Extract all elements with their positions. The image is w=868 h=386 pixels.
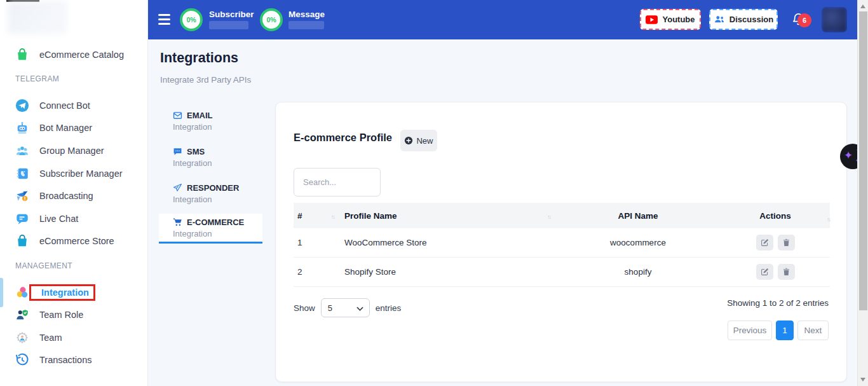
entries-label: entries — [376, 303, 402, 313]
scroll-down-arrow[interactable] — [860, 378, 865, 382]
sidebar-section-telegram: TELEGRAM — [15, 74, 59, 83]
ecommerce-profile-card: E-commerce Profile New #↑↓ Profile Name↑… — [275, 102, 847, 382]
page-size-select[interactable]: 5 — [321, 298, 370, 317]
robot-icon — [15, 121, 29, 135]
subnav-ecommerce-integration[interactable]: E-COMMERCE Integration — [159, 214, 262, 244]
youtube-icon — [646, 15, 658, 24]
cart-icon — [173, 217, 182, 227]
delete-button[interactable] — [778, 264, 795, 280]
profile-name-cell: WooCommerce Store — [339, 238, 555, 247]
chat-bubble-icon — [15, 212, 29, 226]
sort-icon[interactable]: ↑↓ — [331, 211, 334, 220]
panel-title: E-commerce Profile — [294, 132, 392, 144]
edit-button[interactable] — [756, 235, 773, 251]
app-window: eCommerce Catalog TELEGRAM Connect Bot B… — [0, 0, 868, 386]
youtube-button[interactable]: Youtube — [640, 9, 701, 30]
sidebar-item-label: eCommerce Catalog — [39, 50, 124, 60]
search-input[interactable] — [294, 168, 381, 196]
sidebar-item-label: Connect Bot — [39, 100, 90, 111]
table-header-row: #↑↓ Profile Name↑↓ API Name Actions↑↓ — [294, 203, 830, 228]
new-button-label: New — [416, 136, 433, 146]
sidebar-item-label: Subscriber Manager — [39, 169, 123, 179]
user-avatar[interactable] — [822, 7, 847, 32]
sidebar-item-label: Live Chat — [39, 214, 78, 224]
sidebar-item-label: Broadcasting — [39, 191, 93, 201]
shopping-bag-blue-icon — [15, 234, 29, 248]
sidebar-item-bot-manager[interactable]: Bot Manager — [0, 116, 148, 139]
column-header-profile-name: Profile Name — [344, 211, 397, 221]
message-progress-ring: 0% — [260, 8, 283, 31]
discussion-button[interactable]: Discussion — [709, 9, 778, 30]
shopping-bag-green-icon — [15, 48, 29, 62]
youtube-button-label: Youtube — [662, 15, 695, 24]
broadcast-plane-icon — [15, 189, 29, 203]
sidebar-item-subscriber-manager[interactable]: Subscriber Manager — [0, 162, 148, 185]
sidebar-item-integration[interactable]: Integration — [0, 281, 148, 304]
table-row: 1 WooCommerce Store woocommerce — [294, 228, 830, 258]
sidebar-item-connect-bot[interactable]: Connect Bot — [0, 94, 148, 117]
show-label: Show — [294, 303, 315, 313]
sidebar-item-group-manager[interactable]: Group Manager — [0, 139, 148, 162]
integration-circles-icon — [15, 286, 29, 300]
sort-icon[interactable]: ↑↓ — [827, 214, 830, 223]
sparkle-icon: ✦ — [844, 150, 853, 161]
sidebar-item-label: Group Manager — [39, 146, 104, 156]
plus-circle-icon — [404, 136, 413, 145]
subscriber-stat-label: Subscriber — [209, 10, 254, 19]
page-size-control: Show 5 entries — [294, 298, 401, 317]
page-1-button[interactable]: 1 — [776, 321, 794, 340]
topbar: 0% Subscriber 0% Message Youtube Discuss… — [148, 0, 857, 39]
discussion-button-label: Discussion — [729, 15, 773, 24]
table-summary: Showing 1 to 2 of 2 entries — [727, 298, 829, 308]
subnav-responder-integration[interactable]: RESPONDER Integration — [159, 178, 262, 214]
new-profile-button[interactable]: New — [400, 130, 437, 151]
next-page-button[interactable]: Next — [797, 321, 829, 340]
page-title: Integrations — [160, 50, 238, 66]
group-people-icon — [15, 144, 29, 158]
telegram-icon — [15, 99, 29, 113]
column-header-num: # — [297, 211, 302, 221]
row-number: 2 — [294, 267, 339, 277]
contact-book-phone-icon — [15, 167, 29, 181]
subnav-sms-integration[interactable]: SMS Integration — [159, 142, 262, 177]
history-clock-icon — [15, 353, 29, 367]
profile-name-cell: Shopify Store — [339, 267, 555, 277]
previous-page-button[interactable]: Previous — [728, 321, 772, 340]
envelope-icon — [173, 111, 182, 120]
subnav-email-integration[interactable]: EMAIL Integration — [159, 106, 262, 141]
sidebar-item-live-chat[interactable]: Live Chat — [0, 207, 148, 230]
hamburger-menu-icon[interactable] — [158, 14, 171, 25]
sort-icon[interactable]: ↑↓ — [547, 211, 550, 220]
sidebar-item-ecommerce-store[interactable]: eCommerce Store — [0, 230, 148, 252]
annotation-highlight-box: Integration — [29, 284, 95, 301]
subscriber-progress-ring: 0% — [180, 8, 203, 31]
sidebar-item-label: Team — [39, 333, 62, 343]
sidebar-item-ecommerce-catalog[interactable]: eCommerce Catalog — [0, 43, 148, 66]
api-name-cell: shopify — [555, 267, 721, 277]
sidebar-item-team[interactable]: Team — [0, 326, 148, 349]
sidebar-item-transactions[interactable]: Transactions — [0, 348, 148, 371]
notification-count-badge: 6 — [797, 13, 811, 27]
sidebar-item-label: Bot Manager — [39, 123, 92, 133]
profiles-table: #↑↓ Profile Name↑↓ API Name Actions↑↓ 1 … — [294, 203, 830, 287]
message-stat-label: Message — [288, 10, 325, 19]
sidebar-item-label: Team Role — [39, 310, 83, 320]
sidebar-item-label: eCommerce Store — [39, 236, 114, 246]
main-content: Integrations Integrate 3rd Party APIs EM… — [148, 39, 857, 386]
column-header-actions: Actions — [759, 211, 791, 221]
edit-button[interactable] — [756, 264, 773, 280]
sidebar-item-label: Transactions — [39, 355, 92, 365]
sidebar-section-management: MANAGEMENT — [15, 261, 72, 270]
send-plane-icon — [173, 183, 182, 193]
person-shield-icon — [15, 308, 29, 322]
scroll-up-arrow[interactable] — [860, 4, 865, 8]
sidebar-item-broadcasting[interactable]: Broadcasting — [0, 184, 148, 207]
sms-bubble-icon — [173, 147, 182, 156]
pagination: Previous 1 Next — [728, 321, 829, 340]
message-stat-redacted-value — [288, 21, 324, 29]
scrollbar-thumb[interactable] — [859, 11, 867, 310]
vertical-scrollbar[interactable] — [857, 0, 868, 386]
sidebar-item-team-role[interactable]: Team Role — [0, 303, 148, 326]
delete-button[interactable] — [778, 235, 795, 251]
users-icon — [714, 15, 725, 25]
